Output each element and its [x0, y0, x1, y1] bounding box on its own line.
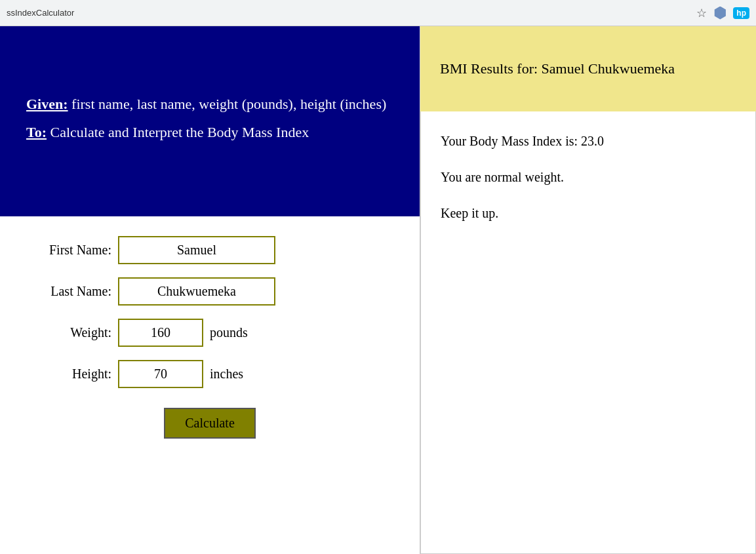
tab-text: ssIndexCalculator [7, 8, 691, 18]
bmi-category-text: You are normal weight. [441, 167, 736, 187]
last-name-row: Last Name: [26, 277, 393, 306]
given-label: Given: [26, 96, 68, 112]
given-text: first name, last name, weight (pounds), … [68, 96, 387, 112]
to-line: To: Calculate and Interpret the Body Mas… [26, 121, 393, 143]
to-label: To: [26, 124, 47, 140]
bookmark-icon[interactable]: ☆ [696, 6, 707, 20]
height-row: Height: inches [26, 360, 393, 388]
form-section: First Name: Last Name: Weight: pounds He… [0, 216, 420, 554]
weight-input[interactable] [118, 319, 203, 347]
weight-label: Weight: [26, 325, 111, 340]
results-header: BMI Results for: Samuel Chukwuemeka [420, 26, 756, 111]
header-box: Given: first name, last name, weight (po… [0, 26, 420, 216]
weight-unit: pounds [210, 325, 248, 340]
results-body: Your Body Mass Index is: 23.0 You are no… [420, 111, 756, 554]
browser-chrome: ssIndexCalculator ☆ hp [0, 0, 756, 26]
browser-icons: ☆ hp [696, 6, 749, 20]
height-input[interactable] [118, 360, 203, 388]
first-name-label: First Name: [26, 243, 111, 258]
weight-row: Weight: pounds [26, 319, 393, 347]
bmi-advice-text: Keep it up. [441, 203, 736, 223]
main-content: Given: first name, last name, weight (po… [0, 26, 756, 554]
left-panel: Given: first name, last name, weight (po… [0, 26, 420, 554]
first-name-row: First Name: [26, 236, 393, 264]
bmi-value-text: Your Body Mass Index is: 23.0 [441, 131, 736, 151]
to-text: Calculate and Interpret the Body Mass In… [47, 124, 309, 140]
first-name-input[interactable] [118, 236, 275, 264]
last-name-label: Last Name: [26, 284, 111, 299]
right-panel: BMI Results for: Samuel Chukwuemeka Your… [420, 26, 756, 554]
height-unit: inches [210, 366, 243, 382]
given-line: Given: first name, last name, weight (po… [26, 93, 393, 115]
button-row: Calculate [26, 401, 393, 439]
hp-icon[interactable]: hp [733, 7, 749, 19]
height-label: Height: [26, 366, 111, 382]
extension-icon[interactable] [713, 7, 726, 20]
results-header-text: BMI Results for: Samuel Chukwuemeka [440, 60, 675, 77]
calculate-button[interactable]: Calculate [164, 408, 256, 439]
last-name-input[interactable] [118, 277, 275, 306]
